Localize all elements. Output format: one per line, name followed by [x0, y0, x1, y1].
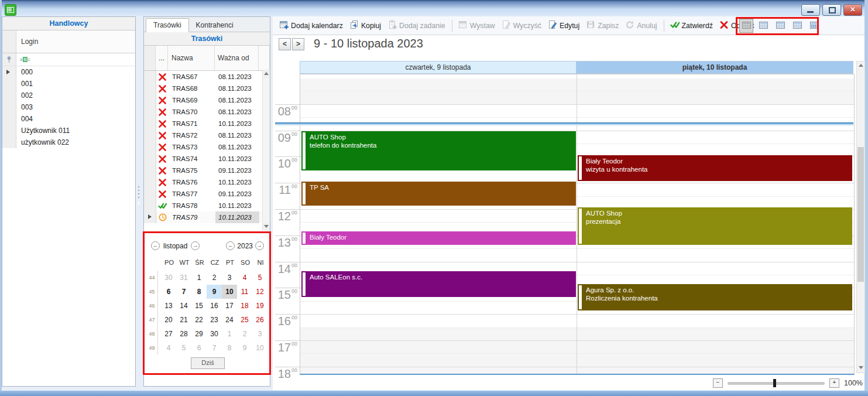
calendar-day[interactable]: 17	[222, 299, 237, 313]
prev-month-icon[interactable]: ←	[151, 241, 160, 250]
calendar-day[interactable]: 3	[222, 271, 237, 285]
calendar-event[interactable]: Agura Sp. z o.o.Rozliczenia kontrahenta	[578, 284, 852, 310]
calendar-day[interactable]: 16	[207, 299, 222, 313]
route-row[interactable]: TRAS74 10.11.2023	[144, 153, 270, 165]
next-month-icon[interactable]: →	[191, 241, 200, 250]
close-button[interactable]	[843, 4, 862, 16]
scheduler-scrollbar[interactable]	[856, 61, 865, 373]
calendar-day[interactable]: 22	[191, 313, 207, 327]
calendar-day[interactable]: 19	[252, 299, 267, 313]
toolbar-kopiuj[interactable]: Kopiuj	[346, 18, 384, 33]
login-row[interactable]: Użytkownik 011	[2, 125, 135, 136]
calendar-day[interactable]: 2	[207, 271, 222, 285]
calendar-event[interactable]: TP SA	[301, 182, 576, 206]
zoom-slider-thumb[interactable]	[773, 379, 776, 387]
column-wazna-od[interactable]: Ważna od	[215, 46, 259, 70]
calendar-day[interactable]: 8	[191, 285, 207, 299]
toolbar-view-5[interactable]	[807, 19, 821, 33]
calendar-day[interactable]: 13	[161, 299, 176, 313]
route-row[interactable]: TRAS77 09.11.2023	[144, 188, 270, 200]
route-row[interactable]: TRAS79 10.11.2023	[144, 211, 270, 223]
login-row[interactable]: użytkownik 022	[2, 136, 135, 148]
calendar-day[interactable]: 7	[207, 341, 222, 355]
calendar-day[interactable]: 1	[222, 327, 237, 341]
login-row[interactable]: 004	[2, 113, 135, 125]
calendar-day[interactable]: 23	[207, 313, 222, 327]
calendar-day[interactable]: 27	[161, 327, 176, 341]
login-row[interactable]: 001	[2, 78, 135, 90]
calendar-day[interactable]: 8	[222, 341, 237, 355]
calendar-day[interactable]: 4	[237, 271, 252, 285]
calendar-day[interactable]: 31	[176, 271, 191, 285]
calendar-day[interactable]: 10	[252, 341, 267, 355]
calendar-day[interactable]: 9	[207, 285, 222, 299]
calendar-day[interactable]: 12	[252, 285, 267, 299]
toolbar-view-3[interactable]	[773, 19, 787, 33]
calendar-day[interactable]: 1	[191, 271, 207, 285]
day-header-friday[interactable]: piątek, 10 listopada	[576, 61, 853, 74]
calendar-event[interactable]: Biały Teodor	[301, 231, 576, 244]
calendar-day[interactable]: 15	[191, 299, 207, 313]
login-row[interactable]: 002	[2, 90, 135, 101]
column-icon[interactable]: ...	[156, 46, 168, 70]
day-header-thursday[interactable]: czwartek, 9 listopada	[300, 61, 577, 74]
route-row[interactable]: TRAS69 08.11.2023	[144, 94, 270, 106]
calendar-event[interactable]: Biały Teodorwizyta u kontrahenta	[578, 155, 852, 182]
next-year-icon[interactable]: →	[255, 241, 264, 250]
scroll-down-icon[interactable]	[857, 364, 864, 373]
route-row[interactable]: TRAS71 10.11.2023	[144, 118, 270, 129]
calendar-day[interactable]: 2	[237, 327, 252, 341]
calendar-day[interactable]: 9	[237, 341, 252, 355]
route-row[interactable]: TRAS72 08.11.2023	[144, 129, 270, 141]
calendar-day[interactable]: 20	[161, 313, 176, 327]
calendar-day[interactable]: 25	[237, 313, 252, 327]
scroll-up-icon[interactable]	[263, 70, 270, 78]
calendar-day[interactable]: 28	[176, 327, 191, 341]
today-button[interactable]: Dziś	[191, 357, 225, 369]
tab-trasowki[interactable]: Trasówki	[146, 18, 189, 32]
scrollbar-thumb[interactable]	[857, 147, 864, 282]
calendar-event[interactable]: AUTO Shopprezentacja	[578, 207, 852, 245]
calendar-day[interactable]: 24	[222, 313, 237, 327]
login-column-header[interactable]: Login	[2, 30, 135, 53]
route-row[interactable]: TRAS68 08.11.2023	[144, 83, 270, 94]
calendar-day[interactable]: 26	[252, 313, 267, 327]
toolbar-view-2[interactable]	[756, 19, 770, 33]
calendar-day[interactable]: 4	[161, 341, 176, 355]
login-row[interactable]: 003	[2, 101, 135, 113]
login-filter-row[interactable]: aBc	[2, 53, 135, 66]
toolbar-zatwierdz[interactable]: Zatwierdź	[667, 18, 716, 33]
calendar-event[interactable]: Auto SALEon s.c.	[301, 271, 576, 298]
column-nazwa[interactable]: Nazwa	[168, 46, 215, 70]
calendar-day[interactable]: 29	[191, 327, 207, 341]
routes-grid-header[interactable]: ... Nazwa Ważna od	[144, 46, 270, 71]
calendar-day[interactable]: 14	[176, 299, 191, 313]
calendar-day[interactable]: 30	[161, 271, 176, 285]
calendar-day[interactable]: 21	[176, 313, 191, 327]
calendar-day[interactable]: 11	[237, 285, 252, 299]
calendar-day[interactable]: 3	[252, 327, 267, 341]
calendar-day[interactable]: 18	[237, 299, 252, 313]
calendar-day[interactable]: 30	[207, 327, 222, 341]
scroll-up-icon[interactable]	[857, 62, 864, 70]
zoom-in-button[interactable]: +	[829, 378, 839, 388]
zoom-slider[interactable]	[728, 382, 825, 385]
maximize-button[interactable]	[822, 4, 841, 16]
zoom-out-button[interactable]: −	[713, 378, 723, 388]
scroll-down-icon[interactable]	[263, 223, 270, 231]
calendar-day[interactable]: 7	[176, 285, 191, 299]
route-row[interactable]: TRAS73 08.11.2023	[144, 141, 270, 153]
toolbar-view-1[interactable]	[739, 19, 753, 33]
scheduler-grid[interactable]: AUTO Shoptelefon do kontrahenta TP SA Bi…	[300, 74, 855, 375]
route-row[interactable]: TRAS78 10.11.2023	[144, 200, 270, 211]
panel-splitter[interactable]	[138, 186, 139, 202]
routes-scrollbar[interactable]	[262, 70, 270, 231]
tab-kontrahenci[interactable]: Kontrahenci	[189, 19, 241, 32]
toolbar-edytuj[interactable]: Edytuj	[545, 18, 582, 33]
calendar-event[interactable]: AUTO Shoptelefon do kontrahenta	[301, 131, 576, 170]
calendar-day[interactable]: 5	[252, 271, 267, 285]
next-range-button[interactable]: >	[292, 38, 304, 50]
prev-year-icon[interactable]: ←	[226, 241, 235, 250]
route-row[interactable]: TRAS76 10.11.2023	[144, 176, 270, 188]
minimize-button[interactable]	[801, 4, 820, 16]
